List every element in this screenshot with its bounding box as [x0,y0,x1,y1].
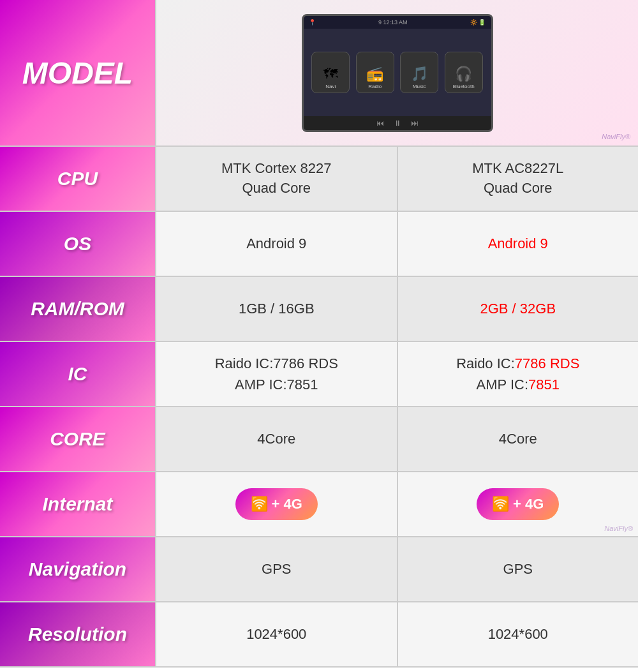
ic-col1: Raido IC:7786 RDS AMP IC:7851 [156,342,398,406]
status-time: 9 12:13 AM [378,19,408,26]
ic-row: IC Raido IC:7786 RDS AMP IC:7851 Raido I… [0,342,638,407]
bluetooth-icon: 🎧 [455,66,472,82]
ramrom-col2: 2GB / 32GB [398,277,639,341]
header-row: MODEL 📍 9 12:13 AM 🔆 🔋 🗺 Navi 📻 Radio [0,0,638,147]
internat-badge-text-1: + 4G [272,495,302,514]
ic-col2-highlight2: 7851 [528,377,560,392]
navi-icon: 🗺 [323,66,338,82]
navigation-label: Navigation [29,558,126,580]
wifi-icon-1: 🛜 [251,495,268,514]
core-label: CORE [50,428,105,450]
internat-col1: 🛜 + 4G [156,472,398,536]
status-right: 🔆 🔋 [470,19,486,26]
internat-badge-1: 🛜 + 4G [235,488,318,521]
model-label-cell: MODEL [0,0,156,146]
navigation-col2: GPS [398,537,639,601]
core-label-cell: CORE [0,407,156,471]
app-bluetooth[interactable]: 🎧 Bluetooth [445,52,483,93]
cpu-label-cell: CPU [0,147,156,211]
internat-watermark: NaviFly® [604,524,633,534]
os-col2: Android 9 [398,212,639,276]
status-left: 📍 [309,19,316,26]
core-row: CORE 4Core 4Core [0,407,638,472]
navigation-row: Navigation GPS GPS [0,537,638,602]
comparison-table: MODEL 📍 9 12:13 AM 🔆 🔋 🗺 Navi 📻 Radio [0,0,638,672]
os-row: OS Android 9 Android 9 [0,212,638,277]
resolution-row: Resolution 1024*600 1024*600 [0,602,638,668]
screen-content: 🗺 Navi 📻 Radio 🎵 Music 🎧 Bluetooth [304,29,491,116]
resolution-label: Resolution [28,623,127,645]
ic-col2-prefix: Raido IC: [456,355,515,371]
ic-label-cell: IC [0,342,156,406]
internat-label: Internat [42,493,112,515]
internat-badge-2: 🛜 + 4G [477,488,559,521]
os-label: OS [64,233,91,255]
ramrom-label-cell: RAM/ROM [0,277,156,341]
music-label: Music [413,84,426,89]
ramrom-label: RAM/ROM [31,298,124,320]
prev-icon: ⏮ [376,119,384,128]
os-label-cell: OS [0,212,156,276]
resolution-col1: 1024*600 [156,602,398,666]
model-label: MODEL [22,56,133,91]
resolution-label-cell: Resolution [0,602,156,666]
cpu-col1: MTK Cortex 8227Quad Core [156,147,398,211]
internat-label-cell: Internat [0,472,156,536]
internat-badge-text-2: + 4G [513,495,544,514]
navi-label: Navi [325,84,336,89]
navigation-label-cell: Navigation [0,537,156,601]
ic-col1-suffix: AMP IC:7851 [235,377,318,392]
screen-statusbar: 📍 9 12:13 AM 🔆 🔋 [304,16,491,29]
internat-row: Internat 🛜 + 4G 🛜 + 4G NaviFly® [0,472,638,537]
radio-icon: 📻 [366,66,383,82]
play-icon: ⏸ [394,119,401,128]
ic-col2: Raido IC:7786 RDS AMP IC:7851 [398,342,639,406]
ic-col1-prefix: Raido IC:7786 RDS [215,355,338,371]
app-navi[interactable]: 🗺 Navi [311,52,350,93]
ramrom-col1: 1GB / 16GB [156,277,398,341]
resolution-col2: 1024*600 [398,602,639,666]
app-radio[interactable]: 📻 Radio [356,52,394,93]
ic-label: IC [68,363,87,385]
radio-label: Radio [368,84,382,89]
ic-col2-amp: AMP IC: [477,377,529,392]
ic-col1-mixed: Raido IC:7786 RDS AMP IC:7851 [215,353,338,395]
wifi-icon-2: 🛜 [492,495,509,514]
cpu-row: CPU MTK Cortex 8227Quad Core MTK AC8227L… [0,147,638,212]
os-col1: Android 9 [156,212,398,276]
screen-mockup: 📍 9 12:13 AM 🔆 🔋 🗺 Navi 📻 Radio 🎵 [302,14,493,132]
next-icon: ⏭ [411,119,419,128]
core-col1: 4Core [156,407,398,471]
header-watermark: NaviFly® [602,133,630,140]
core-col2: 4Core [398,407,639,471]
ramrom-row: RAM/ROM 1GB / 16GB 2GB / 32GB [0,277,638,342]
cpu-label: CPU [57,168,98,190]
ic-col2-mixed: Raido IC:7786 RDS AMP IC:7851 [456,353,579,395]
music-icon: 🎵 [411,66,428,82]
navigation-col1: GPS [156,537,398,601]
internat-col2: 🛜 + 4G NaviFly® [398,472,639,536]
ic-col2-highlight1: 7786 RDS [515,355,580,371]
bluetooth-label: Bluetooth [453,84,475,89]
cpu-col2: MTK AC8227LQuad Core [398,147,639,211]
app-music[interactable]: 🎵 Music [400,52,438,93]
header-image-cell: 📍 9 12:13 AM 🔆 🔋 🗺 Navi 📻 Radio 🎵 [156,0,638,146]
screen-controls: ⏮ ⏸ ⏭ [304,116,491,130]
